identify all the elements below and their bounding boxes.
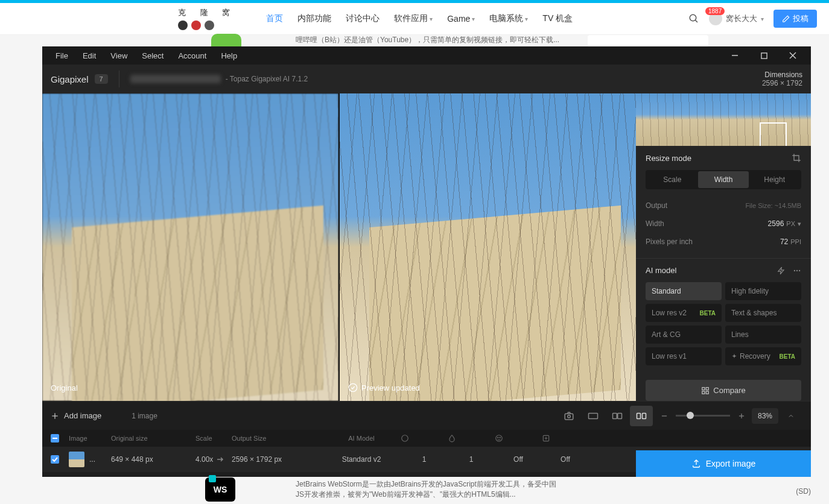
single-view-icon bbox=[588, 412, 599, 420]
chevron-down-icon: ▾ bbox=[430, 16, 433, 22]
zoom-in-icon[interactable] bbox=[737, 412, 746, 420]
app-menubar: File Edit View Select Account Help bbox=[42, 46, 811, 65]
row-original-size: 649 × 448 px bbox=[111, 455, 195, 464]
close-button[interactable] bbox=[781, 46, 805, 65]
edit-icon bbox=[782, 14, 790, 23]
navigator-viewport[interactable] bbox=[760, 122, 787, 146]
gigapixel-window: File Edit View Select Account Help Gigap… bbox=[42, 46, 811, 477]
nav-discuss[interactable]: 讨论中心 bbox=[346, 13, 380, 24]
app-name: Gigapixel bbox=[51, 74, 89, 84]
export-button[interactable]: Export image bbox=[636, 450, 811, 477]
row-checkbox[interactable] bbox=[51, 455, 59, 464]
check-circle-icon bbox=[348, 383, 358, 392]
ppi-input[interactable]: 72 PPI bbox=[780, 238, 801, 246]
row-filename: ... bbox=[89, 455, 95, 464]
model-recovery[interactable]: RecoveryBETA bbox=[725, 347, 801, 365]
model-high-fidelity[interactable]: High fidelity bbox=[725, 282, 801, 300]
menu-account[interactable]: Account bbox=[171, 51, 214, 60]
compare-button[interactable]: Compare bbox=[646, 380, 801, 401]
minimize-button[interactable] bbox=[723, 46, 747, 65]
preview-pane[interactable]: Original Preview updated bbox=[42, 93, 636, 401]
user-menu[interactable]: 1887 窝长大大 ▾ bbox=[709, 12, 764, 25]
side-card bbox=[588, 35, 708, 47]
row-output-size: 2596 × 1792 px bbox=[232, 455, 322, 464]
webstorm-icon: WS bbox=[205, 477, 235, 502]
col-image-header: Image bbox=[69, 435, 111, 442]
width-label: Width bbox=[646, 219, 664, 228]
svg-point-6 bbox=[349, 383, 357, 391]
svg-rect-22 bbox=[642, 413, 646, 418]
maximize-button[interactable] bbox=[752, 46, 776, 65]
nav-home[interactable]: 首页 bbox=[266, 13, 283, 24]
svg-point-0 bbox=[690, 14, 696, 21]
more-icon[interactable] bbox=[793, 266, 801, 275]
model-title: AI model bbox=[646, 266, 676, 275]
menu-file[interactable]: File bbox=[48, 51, 75, 60]
row-scale: 4.00x bbox=[195, 455, 213, 464]
chevron-up-icon bbox=[787, 412, 795, 420]
select-all-checkbox[interactable] bbox=[51, 434, 59, 443]
resize-mode-tabs: Scale Width Height bbox=[646, 170, 801, 189]
notification-badge: 1887 bbox=[705, 7, 725, 15]
search-icon[interactable] bbox=[688, 13, 699, 24]
nav-software[interactable]: 软件应用▾ bbox=[394, 13, 433, 24]
svg-rect-10 bbox=[702, 387, 705, 389]
footer-article: WS JetBrains WebStorm是一款由JetBrains开发的Jav… bbox=[205, 477, 726, 502]
chevron-down-icon: ▾ bbox=[525, 16, 528, 22]
zoom-percent[interactable]: 83% bbox=[752, 408, 778, 424]
site-logo[interactable]: 克 隆 窝 bbox=[178, 7, 236, 30]
side-by-side-icon bbox=[636, 412, 647, 420]
row-denoise: 1 bbox=[401, 455, 448, 464]
row-thumbnail bbox=[69, 452, 84, 467]
svg-point-27 bbox=[402, 435, 408, 442]
tab-width[interactable]: Width bbox=[698, 171, 749, 188]
side-by-side-button[interactable] bbox=[630, 406, 653, 426]
bolt-icon[interactable] bbox=[777, 266, 786, 275]
user-name: 窝长大大 bbox=[726, 13, 757, 24]
model-low-res-v2[interactable]: Low res v2BETA bbox=[646, 304, 722, 322]
table-header: Image Original size Scale Output Size AI… bbox=[42, 430, 811, 447]
zoom-slider[interactable] bbox=[676, 415, 730, 417]
add-image-button[interactable]: Add image bbox=[51, 411, 101, 420]
model-lines[interactable]: Lines bbox=[725, 326, 801, 344]
toolbar: Add image 1 image 83% bbox=[42, 401, 811, 430]
resize-panel: Resize mode Scale Width Height Output Fi… bbox=[636, 146, 811, 259]
site-header: 克 隆 窝 首页 内部功能 讨论中心 软件应用▾ Game▾ 电脑系统▾ TV … bbox=[0, 3, 829, 35]
app-subtitle: - Topaz Gigapixel AI 7.1.2 bbox=[226, 75, 308, 83]
svg-rect-19 bbox=[612, 413, 617, 418]
model-text-shapes[interactable]: Text & shapes bbox=[725, 304, 801, 322]
model-standard[interactable]: Standard bbox=[646, 282, 722, 300]
svg-rect-18 bbox=[588, 413, 597, 418]
menu-help[interactable]: Help bbox=[214, 51, 244, 60]
menu-view[interactable]: View bbox=[103, 51, 135, 60]
nav-pc[interactable]: 电脑系统▾ bbox=[489, 13, 528, 24]
app-titlebar: Gigapixel 7 - Topaz Gigapixel AI 7.1.2 D… bbox=[42, 65, 811, 93]
camera-button[interactable] bbox=[557, 406, 580, 426]
model-panel: AI model Standard High fidelity Low res … bbox=[636, 259, 811, 373]
tab-scale[interactable]: Scale bbox=[647, 171, 698, 188]
model-low-res-v1[interactable]: Low res v1 bbox=[646, 347, 722, 365]
menu-edit[interactable]: Edit bbox=[75, 51, 103, 60]
svg-point-29 bbox=[498, 437, 498, 438]
width-input[interactable]: 2596 PX▾ bbox=[768, 219, 801, 228]
camera-icon bbox=[564, 411, 574, 421]
nav-game[interactable]: Game▾ bbox=[447, 14, 475, 24]
nav-features[interactable]: 内部功能 bbox=[297, 13, 331, 24]
zoom-out-icon[interactable] bbox=[660, 412, 669, 420]
sidebar: Resize mode Scale Width Height Output Fi… bbox=[636, 93, 811, 401]
crop-icon[interactable] bbox=[792, 153, 801, 163]
svg-point-7 bbox=[794, 269, 795, 271]
split-view-button[interactable] bbox=[606, 406, 629, 426]
dimensions-label: Dimensions bbox=[762, 71, 802, 79]
model-art-cg[interactable]: Art & CG bbox=[646, 326, 722, 344]
dimensions-value: 2596 × 1792 bbox=[762, 79, 802, 87]
navigator[interactable] bbox=[636, 93, 811, 146]
svg-rect-20 bbox=[618, 413, 622, 418]
post-button[interactable]: 投稿 bbox=[773, 10, 817, 28]
tab-height[interactable]: Height bbox=[749, 171, 800, 188]
svg-rect-12 bbox=[702, 391, 705, 394]
single-view-button[interactable] bbox=[582, 406, 605, 426]
zoom-expand-button[interactable] bbox=[780, 406, 802, 426]
menu-select[interactable]: Select bbox=[135, 51, 171, 60]
nav-tv[interactable]: TV 机盒 bbox=[542, 13, 573, 24]
